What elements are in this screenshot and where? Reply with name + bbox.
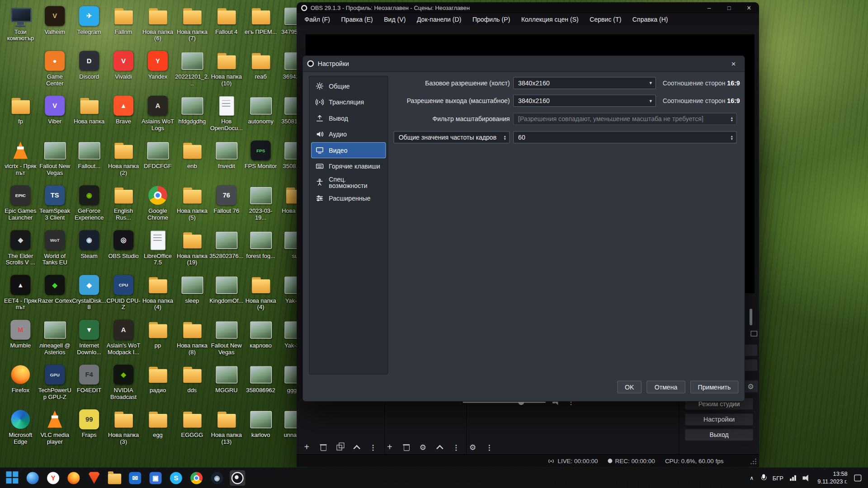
desktop-icon[interactable]: Fallout 4 <box>209 5 244 49</box>
settings-dialog-titlebar[interactable]: Настройки <box>303 56 745 72</box>
ok-button[interactable]: OK <box>617 380 642 393</box>
nav-item-accessibility[interactable]: Спец. возможности <box>311 174 386 191</box>
desktop-icon[interactable]: vlcrtx - Пряк път <box>3 139 38 183</box>
desktop-icon[interactable]: Нова папка (2) <box>106 139 141 183</box>
nav-item-audio[interactable]: Аудио <box>311 126 386 142</box>
desktop-icon[interactable]: Нова папка (6) <box>141 5 175 49</box>
desktop-icon[interactable]: ◆ NVIDIA Broadcast <box>106 363 141 408</box>
desktop-icon[interactable]: fp <box>3 94 38 139</box>
steam[interactable]: ◉ <box>209 470 225 485</box>
desktop-icon[interactable]: egg <box>141 408 175 452</box>
chrome[interactable] <box>189 470 204 485</box>
desktop-icon[interactable]: GPU TechPowerUp GPU-Z <box>38 363 72 408</box>
desktop-icon[interactable]: V Viber <box>38 94 72 139</box>
desktop-icon[interactable]: 20221201_2... <box>175 49 209 94</box>
desktop-icon[interactable]: enb <box>175 139 209 183</box>
desktop-icon[interactable]: ✈ Telegram <box>72 5 106 49</box>
desktop-icon[interactable]: TS TeamSpeak 3 Client <box>38 184 72 229</box>
desktop-icon[interactable]: ◎ OBS Studio <box>106 229 141 273</box>
desktop-icon[interactable]: pp <box>141 318 175 363</box>
desktop-icon[interactable]: F4 FO4EDIT <box>72 363 106 408</box>
desktop-icon[interactable]: Този компютър <box>3 5 38 49</box>
nav-item-hotkeys[interactable]: Горячие клавиши <box>311 158 386 174</box>
menu-item[interactable]: Справка (H) <box>627 16 674 23</box>
fps-type-combobox[interactable]: Общие значения частоты кадров <box>394 131 510 143</box>
nav-item-stream[interactable]: Трансляция <box>311 94 386 110</box>
clock[interactable]: 13:58 9.11.2023 г. <box>817 470 848 485</box>
desktop-icon[interactable]: Нова папка (5) <box>175 184 209 229</box>
desktop-icon[interactable]: ◆ CrystalDisk... 8 <box>72 273 106 318</box>
menu-item[interactable]: Сервис (T) <box>584 16 627 23</box>
desktop-icon[interactable]: 358086962 <box>244 363 278 408</box>
desktop-icon[interactable]: 76 Fallout 76 <box>209 184 244 229</box>
desktop-icon[interactable]: 99 Fraps <box>72 408 106 452</box>
desktop-icon[interactable]: геаб <box>244 49 278 94</box>
exit-button[interactable]: Выход <box>685 429 754 441</box>
start-button[interactable] <box>5 470 20 485</box>
desktop-icon[interactable]: 2023-03-19... <box>244 184 278 229</box>
source-menu-button[interactable] <box>452 442 461 452</box>
move-source-up-button[interactable] <box>435 442 444 452</box>
resize-grip[interactable] <box>750 459 756 464</box>
add-source-button[interactable] <box>385 442 394 452</box>
desktop-icon[interactable]: Fallout New Vegas <box>38 139 72 183</box>
desktop-icon[interactable]: Нова папка (13) <box>209 408 244 452</box>
add-scene-button[interactable] <box>302 442 311 452</box>
desktop-icon[interactable]: радио <box>141 363 175 408</box>
desktop-icon[interactable]: Fallnm <box>106 5 141 49</box>
desktop-icon[interactable]: карлово <box>244 318 278 363</box>
microphone-icon[interactable] <box>760 474 766 482</box>
nav-item-advanced[interactable]: Расширенные <box>311 190 386 206</box>
desktop-icon[interactable]: ◉ GeForce Experience <box>72 184 106 229</box>
desktop-icon[interactable]: Fallout... <box>72 139 106 183</box>
hidden-icons-chevron[interactable] <box>750 475 754 481</box>
obs-titlebar[interactable]: OBS 29.1.3 - Профиль: Неозаглавен - Сцен… <box>297 2 759 13</box>
desktop-icon[interactable]: Y Yandex <box>141 49 175 94</box>
desktop-icon[interactable]: dds <box>175 363 209 408</box>
base-resolution-combobox[interactable]: 3840x2160 <box>513 77 656 89</box>
apply-button[interactable]: Применить <box>690 380 738 393</box>
settings-button[interactable]: Настройки <box>685 413 754 426</box>
desktop-icon[interactable]: forest fog... <box>244 229 278 273</box>
mail[interactable]: ✉ <box>127 470 143 485</box>
desktop-icon[interactable]: KingdomOf... <box>209 273 244 318</box>
network-icon[interactable] <box>790 475 796 481</box>
obs-studio[interactable] <box>230 470 245 485</box>
cancel-button[interactable]: Отмена <box>647 380 685 393</box>
desktop-icon[interactable]: fnvedit <box>209 139 244 183</box>
desktop-icon[interactable]: V Valheim <box>38 5 72 49</box>
menu-item[interactable]: Коллекция сцен (S) <box>516 16 584 23</box>
desktop-icon[interactable]: M Mumble <box>3 318 38 363</box>
desktop-icon[interactable]: Нова папка (4) <box>244 273 278 318</box>
nav-item-video[interactable]: Видео <box>311 142 386 159</box>
desktop-icon[interactable]: DFDCFGF <box>141 139 175 183</box>
file-explorer[interactable] <box>107 470 122 485</box>
desktop-icon[interactable]: лineagell @ Asterios <box>38 318 72 363</box>
desktop-icon[interactable]: ▲ Brave <box>106 94 141 139</box>
desktop-icon[interactable]: VLC media player <box>38 408 72 452</box>
desktop-icon[interactable]: LibreOffice 7.5 <box>141 229 175 273</box>
desktop-icon[interactable]: Microsoft Edge <box>3 408 38 452</box>
volume-icon[interactable] <box>802 474 811 481</box>
desktop-icon[interactable]: A Aslain's WoT Modpack I... <box>106 318 141 363</box>
desktop-icon[interactable]: Нова папка (19) <box>175 229 209 273</box>
desktop-icon[interactable]: English Rus... Databases... <box>106 184 141 229</box>
desktop-icon[interactable]: sleep <box>175 273 209 318</box>
yandex-browser[interactable]: Y <box>45 470 61 485</box>
desktop-icon[interactable]: EGGGG <box>175 408 209 452</box>
messenger[interactable]: S <box>168 470 184 485</box>
mixer-settings-button[interactable] <box>468 442 477 452</box>
desktop-icon[interactable]: 352802376... <box>209 229 244 273</box>
desktop-icon[interactable]: FPS FPS Monitor <box>244 139 278 183</box>
desktop-icon[interactable]: Нова папка (3) <box>106 408 141 452</box>
desktop-icon[interactable]: CPU CPUID CPU-Z <box>106 273 141 318</box>
desktop-icon[interactable]: Нова папка (7) <box>175 5 209 49</box>
notifications-icon[interactable] <box>854 474 861 481</box>
desktop-icon[interactable]: Нова папка (10) <box>209 49 244 94</box>
desktop-icon[interactable]: Нова папка (4) <box>141 273 175 318</box>
desktop-icon[interactable]: ● Game Center <box>38 49 72 94</box>
menu-item[interactable]: Правка (E) <box>335 16 378 23</box>
desktop-icon[interactable]: Нов OpenDocu... <box>209 94 244 139</box>
dock-scrollbar[interactable] <box>750 309 752 325</box>
scene-filters-button[interactable] <box>335 442 344 452</box>
